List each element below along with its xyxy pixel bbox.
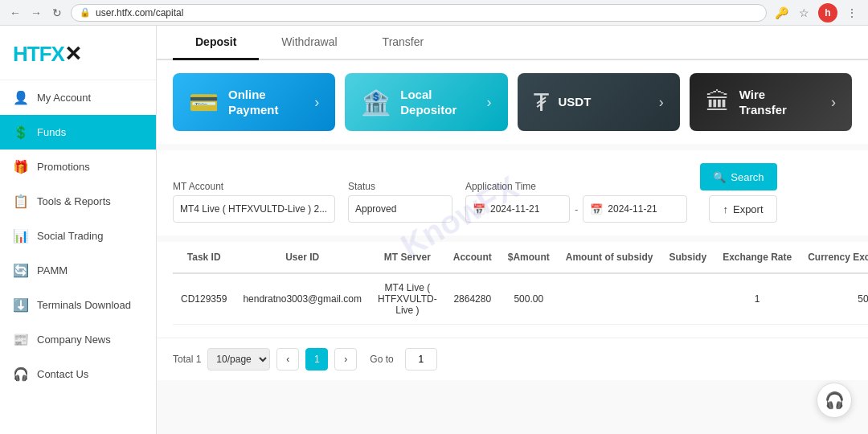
usdt-card[interactable]: ₮ USDT ›	[518, 73, 680, 131]
promotions-icon: 🎁	[13, 159, 29, 174]
wire-transfer-content: WireTransfer	[739, 87, 787, 118]
logo-text-accent: X	[51, 42, 64, 66]
cell-exchange-rate: 1	[714, 273, 800, 325]
sidebar-item-social-trading[interactable]: 📊 Social Trading	[0, 219, 156, 253]
sidebar-item-funds[interactable]: 💲 Funds	[0, 115, 156, 149]
table-row: CD129359 hendratno3003@gmail.com MT4 Liv…	[173, 273, 868, 325]
online-payment-card[interactable]: 💳 OnlinePayment ›	[173, 73, 335, 131]
sidebar-label-company-news: Company News	[37, 334, 111, 346]
date-to-input[interactable]	[608, 203, 680, 215]
page-goto-input[interactable]	[405, 348, 437, 371]
col-amount: $Amount	[500, 242, 558, 273]
status-label: Status	[348, 181, 452, 192]
date-from-wrap: 📅	[465, 195, 570, 223]
forward-button[interactable]: →	[29, 6, 43, 20]
col-subsidy: Subsidy	[661, 242, 714, 273]
page-prev-button[interactable]: ‹	[276, 348, 299, 371]
reload-button[interactable]: ↻	[50, 6, 64, 20]
mt-account-select[interactable]: MT4 Live ( HTFXVULTD-Live ) 2...	[173, 195, 335, 223]
sidebar-item-my-account[interactable]: 👤 My Account	[0, 80, 156, 115]
export-icon: ↑	[723, 203, 728, 215]
mt-account-label: MT Account	[173, 181, 335, 192]
sidebar: HTFX✕ 👤 My Account 💲 Funds 🎁 Promotions …	[0, 26, 157, 434]
date-from-input[interactable]	[490, 203, 563, 215]
profile-button[interactable]: h	[818, 3, 837, 23]
cell-user-id: hendratno3003@gmail.com	[235, 273, 370, 325]
support-button[interactable]: 🎧	[817, 383, 852, 418]
main-wrapper: HTFX✕ 👤 My Account 💲 Funds 🎁 Promotions …	[0, 0, 868, 434]
sidebar-label-contact-us: Contact Us	[37, 368, 88, 380]
tabs-bar: Deposit Withdrawal Transfer	[157, 26, 868, 60]
page-next-button[interactable]: ›	[334, 348, 357, 371]
payment-cards: 💳 OnlinePayment › 🏦 LocalDepositor ›	[157, 60, 868, 144]
logo-area: HTFX✕	[0, 34, 156, 80]
col-currency-exchange: Currency Exchange Amount	[800, 242, 868, 273]
logo-text-main: HTF	[13, 42, 51, 66]
page-1-button[interactable]: 1	[305, 348, 328, 371]
menu-btn[interactable]: ⋮	[844, 5, 860, 21]
sidebar-label-pamm: PAMM	[37, 264, 68, 276]
tab-withdrawal[interactable]: Withdrawal	[259, 26, 359, 60]
sidebar-item-contact-us[interactable]: 🎧 Contact Us	[0, 357, 156, 391]
online-payment-label: OnlinePayment	[228, 87, 279, 118]
filter-section: MT Account MT4 Live ( HTFXVULTD-Live ) 2…	[157, 150, 868, 235]
tab-deposit[interactable]: Deposit	[173, 26, 259, 60]
table-header-row: Task ID User ID MT Server Account $Amoun…	[173, 242, 868, 273]
headset-icon: 🎧	[825, 391, 845, 410]
address-bar: 🔒 user.htfx.com/capital	[71, 4, 767, 22]
search-label: Search	[731, 171, 764, 183]
wire-transfer-card[interactable]: 🏛 WireTransfer ›	[690, 73, 852, 131]
sidebar-item-promotions[interactable]: 🎁 Promotions	[0, 149, 156, 184]
export-button[interactable]: ↑ Export	[709, 195, 776, 223]
sidebar-item-tools-reports[interactable]: 📋 Tools & Reports	[0, 184, 156, 219]
password-icon-btn[interactable]: 🔑	[773, 5, 789, 21]
back-button[interactable]: ←	[8, 6, 23, 20]
usdt-content: USDT	[559, 94, 592, 110]
url-text: user.htfx.com/capital	[96, 7, 183, 18]
search-icon: 🔍	[713, 171, 726, 183]
pamm-icon: 🔄	[13, 263, 29, 278]
online-payment-arrow: ›	[314, 94, 319, 111]
calendar-from-icon: 📅	[473, 203, 485, 215]
my-account-icon: 👤	[13, 90, 29, 105]
usdt-arrow: ›	[659, 94, 664, 111]
search-button[interactable]: 🔍 Search	[700, 163, 776, 190]
usdt-icon: ₮	[534, 88, 549, 117]
sidebar-label-tools-reports: Tools & Reports	[37, 195, 111, 207]
cell-task-id: CD129359	[173, 273, 235, 325]
col-account: Account	[445, 242, 500, 273]
cell-currency-exchange: 500.00	[800, 273, 868, 325]
sidebar-item-company-news[interactable]: 📰 Company News	[0, 322, 156, 357]
date-to-wrap: 📅	[583, 195, 687, 223]
page-goto-label: Go to	[370, 354, 393, 365]
page-total: Total 1	[173, 354, 201, 365]
sidebar-item-terminals-download[interactable]: ⬇️ Terminals Download	[0, 288, 156, 322]
social-trading-icon: 📊	[13, 228, 29, 244]
date-range-separator: -	[575, 203, 578, 215]
col-mt-server: MT Server	[370, 242, 445, 273]
wire-transfer-arrow: ›	[831, 94, 836, 111]
cell-mt-server: MT4 Live ( HTFXVULTD-Live )	[370, 273, 445, 325]
sidebar-label-my-account: My Account	[37, 92, 91, 104]
company-news-icon: 📰	[13, 332, 29, 347]
sidebar-item-pamm[interactable]: 🔄 PAMM	[0, 253, 156, 288]
status-group: Status Approved	[348, 181, 452, 223]
mt-account-group: MT Account MT4 Live ( HTFXVULTD-Live ) 2…	[173, 181, 335, 223]
export-label: Export	[733, 203, 764, 215]
local-depositor-label: LocalDepositor	[400, 87, 457, 118]
wire-transfer-icon: 🏛	[706, 88, 730, 116]
bookmark-btn[interactable]: ☆	[796, 5, 812, 21]
col-amount-subsidy: Amount of subsidy	[558, 242, 661, 273]
contact-us-icon: 🎧	[13, 366, 29, 382]
status-select[interactable]: Approved	[348, 195, 452, 223]
online-payment-icon: 💳	[189, 88, 219, 117]
page-size-select[interactable]: 10/page	[207, 348, 270, 371]
calendar-to-icon: 📅	[590, 203, 603, 215]
tab-transfer[interactable]: Transfer	[360, 26, 447, 60]
table-section: Task ID User ID MT Server Account $Amoun…	[157, 242, 868, 338]
local-depositor-card[interactable]: 🏦 LocalDepositor ›	[345, 73, 507, 131]
logo: HTFX✕	[13, 42, 143, 67]
pagination: Total 1 10/page ‹ 1 › Go to	[157, 338, 868, 380]
data-table: Task ID User ID MT Server Account $Amoun…	[173, 242, 868, 325]
cell-amount-subsidy	[558, 273, 661, 325]
